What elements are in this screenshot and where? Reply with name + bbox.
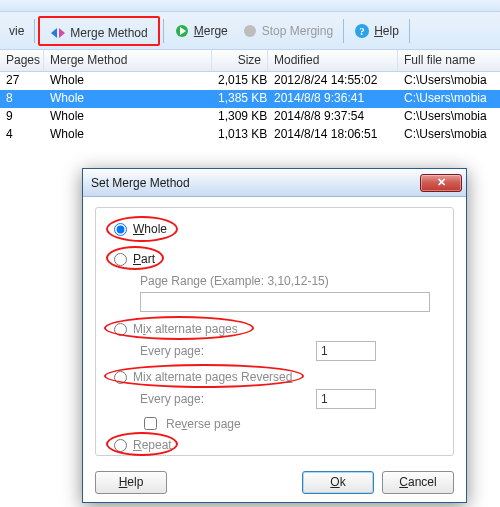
toolbar-separator [163,19,164,43]
option-mix-label: Mix alternate pages [133,322,238,336]
dialog-title: Set Merge Method [91,176,420,190]
cancel-button[interactable]: Cancel [382,471,454,494]
dialog-help-label: Help [119,475,144,489]
table-cell: 2012/8/24 14:55:02 [268,72,398,90]
table-cell: 2014/8/8 9:36:41 [268,90,398,108]
table-row[interactable]: 4Whole1,013 KB2014/8/14 18:06:51C:\Users… [0,126,500,144]
view-button-fragment[interactable]: vie [2,17,31,45]
svg-text:?: ? [359,25,365,37]
help-icon: ? [354,23,370,39]
dialog-body: Whole Part Page Range (Example: 3,10,12-… [83,197,466,462]
table-cell: 8 [0,90,44,108]
every-page-input-1[interactable] [316,341,376,361]
dialog-titlebar[interactable]: Set Merge Method ✕ [83,169,466,197]
set-merge-method-dialog: Set Merge Method ✕ Whole Part Page Range… [82,168,467,503]
table-cell: Whole [44,72,212,90]
table-cell: Whole [44,90,212,108]
table-cell: 1,385 KB [212,90,268,108]
option-repeat[interactable]: Repeat [114,438,172,452]
option-whole[interactable]: Whole [114,222,167,236]
svg-marker-0 [51,28,57,38]
table-cell: Whole [44,126,212,144]
page-range-hint: Page Range (Example: 3,10,12-15) [140,274,329,288]
dialog-button-bar: Help Ok Cancel [83,462,466,502]
table-header: Pages Merge Method Size Modified Full fi… [0,50,500,72]
table-cell: Whole [44,108,212,126]
reverse-page-checkbox[interactable]: Reverse page [140,414,241,433]
table-cell: C:\Users\mobia [398,90,500,108]
radio-part[interactable] [114,253,127,266]
table-cell: C:\Users\mobia [398,72,500,90]
merge-label: Merge [194,24,228,38]
table-cell: 1,309 KB [212,108,268,126]
table-row[interactable]: 8Whole1,385 KB2014/8/8 9:36:41C:\Users\m… [0,90,500,108]
table-cell: C:\Users\mobia [398,126,500,144]
col-modified[interactable]: Modified [268,50,398,71]
svg-point-4 [244,25,256,37]
merge-button[interactable]: Merge [167,17,235,45]
toolbar-separator [34,19,35,43]
stop-icon [242,23,258,39]
radio-repeat[interactable] [114,439,127,452]
merge-icon [174,23,190,39]
option-mix[interactable]: Mix alternate pages [114,322,238,336]
table-cell: 4 [0,126,44,144]
table-row[interactable]: 27Whole2,015 KB2012/8/24 14:55:02C:\User… [0,72,500,90]
radio-mix-reversed[interactable] [114,371,127,384]
option-part-label: Part [133,252,155,266]
reverse-page-label: Reverse page [166,417,241,431]
close-button[interactable]: ✕ [420,174,462,192]
radio-mix[interactable] [114,323,127,336]
toolbar-separator [343,19,344,43]
table-cell: 2014/8/8 9:37:54 [268,108,398,126]
table-cell: 27 [0,72,44,90]
col-pages[interactable]: Pages [0,50,44,71]
help-label: Help [374,24,399,38]
table-row[interactable]: 9Whole1,309 KB2014/8/8 9:37:54C:\Users\m… [0,108,500,126]
ok-button[interactable]: Ok [302,471,374,494]
stop-merging-label: Stop Merging [262,24,333,38]
merge-method-label: Merge Method [70,26,147,40]
option-part[interactable]: Part [114,252,155,266]
options-group: Whole Part Page Range (Example: 3,10,12-… [95,207,454,456]
checkbox-reverse[interactable] [144,417,157,430]
option-mix-reversed[interactable]: Mix alternate pages Reversed [114,370,292,384]
toolbar-separator [409,19,410,43]
annotation-merge-method-highlight: Merge Method [38,16,159,46]
every-page-label-2: Every page: [140,392,204,406]
help-button[interactable]: ? Help [347,17,406,45]
page-range-input[interactable] [140,292,430,312]
window-titlebar [0,0,500,12]
svg-marker-1 [59,28,65,38]
merge-method-button[interactable]: Merge Method [43,19,154,47]
col-full[interactable]: Full file name [398,50,500,71]
col-size[interactable]: Size [212,50,268,71]
every-page-label-1: Every page: [140,344,204,358]
option-repeat-label: Repeat [133,438,172,452]
merge-method-icon [50,25,66,41]
main-toolbar: vie Merge Method Merge Stop Merging ? He… [0,12,500,50]
view-label: vie [9,24,24,38]
table-cell: C:\Users\mobia [398,108,500,126]
option-whole-label: Whole [133,222,167,236]
col-method[interactable]: Merge Method [44,50,212,71]
table-cell: 2014/8/14 18:06:51 [268,126,398,144]
every-page-input-2[interactable] [316,389,376,409]
table-cell: 2,015 KB [212,72,268,90]
table-cell: 9 [0,108,44,126]
stop-merging-button: Stop Merging [235,17,340,45]
table-body: 27Whole2,015 KB2012/8/24 14:55:02C:\User… [0,72,500,144]
ok-label: Ok [330,475,345,489]
close-icon: ✕ [437,176,446,189]
cancel-label: Cancel [399,475,436,489]
table-cell: 1,013 KB [212,126,268,144]
radio-whole[interactable] [114,223,127,236]
dialog-help-button[interactable]: Help [95,471,167,494]
option-mix-reversed-label: Mix alternate pages Reversed [133,370,292,384]
